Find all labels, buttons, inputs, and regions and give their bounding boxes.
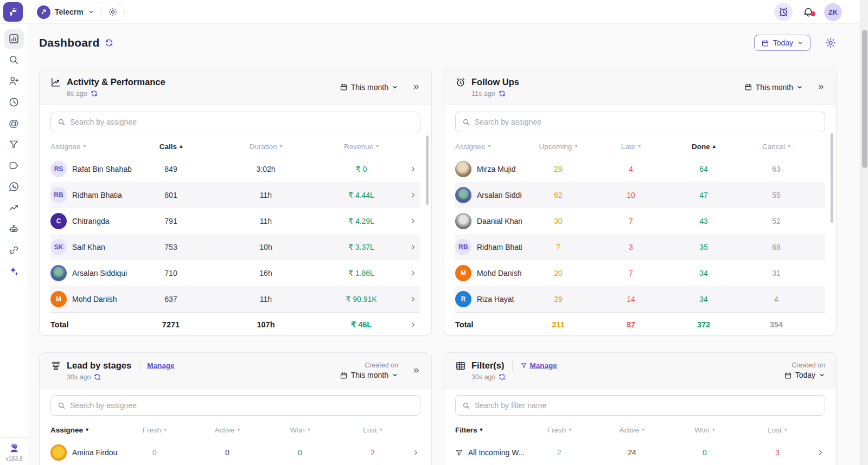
sidebar-item-ai-assistant[interactable] <box>4 262 24 281</box>
period-label: Today <box>795 371 815 379</box>
column-header-filters[interactable]: Filters▾ <box>455 426 523 434</box>
table-row[interactable]: Amina Firdous 0 0 0 2 <box>50 440 420 465</box>
created-on-label: Created on <box>365 361 398 369</box>
row-chevron-icon[interactable] <box>406 295 419 303</box>
column-header-calls[interactable]: Calls▴ <box>135 143 207 151</box>
assignee-name: Riza Hayat <box>477 295 514 303</box>
search-input[interactable] <box>70 118 413 126</box>
done-value: 47 <box>667 191 740 199</box>
period-selector[interactable]: Today <box>784 371 825 379</box>
duration-value: 3:02h <box>229 165 302 173</box>
column-header-won[interactable]: Won▾ <box>668 426 741 434</box>
expand-icon[interactable] <box>412 366 420 374</box>
row-chevron-icon[interactable] <box>406 165 419 173</box>
column-header-won[interactable]: Won▾ <box>264 426 336 434</box>
period-selector[interactable]: This month <box>340 83 398 92</box>
row-chevron-icon[interactable] <box>406 243 419 251</box>
page-title: Dashboard <box>39 36 100 49</box>
page-refresh-button[interactable] <box>105 38 113 47</box>
column-header-cancel[interactable]: Cancel▾ <box>740 143 813 151</box>
table-row[interactable]: SKSaif Khan 753 10h ₹ 3.37L <box>50 234 420 260</box>
table-row[interactable]: Arsalan Siddiqui 62 10 47 55 <box>455 182 825 208</box>
column-header-active[interactable]: Active▾ <box>191 426 264 434</box>
table-row[interactable]: RRiza Hayat 29 14 34 4 <box>455 286 825 312</box>
period-selector[interactable]: This month <box>744 83 803 92</box>
total-row[interactable]: Total 211 87 372 354 <box>455 312 825 335</box>
sidebar-item-add-lead[interactable] <box>4 72 24 91</box>
row-chevron-icon[interactable] <box>406 321 419 328</box>
table-row[interactable]: Daanial Khan 30 7 43 52 <box>455 208 825 234</box>
search-input[interactable] <box>475 401 818 410</box>
user-avatar[interactable]: ZK <box>824 3 842 21</box>
search-input[interactable] <box>475 118 818 126</box>
column-header-duration[interactable]: Duration▾ <box>229 143 302 151</box>
column-header-revenue[interactable]: Revenue▾ <box>325 143 398 151</box>
column-header-done[interactable]: Done▴ <box>667 143 740 151</box>
sidebar-item-tags[interactable] <box>4 156 24 176</box>
table-row[interactable]: Mirza Mujid 29 4 64 63 <box>455 156 825 182</box>
column-header-lost[interactable]: Lost▾ <box>741 426 814 434</box>
column-header-fresh[interactable]: Fresh▾ <box>118 426 191 434</box>
notifications-button[interactable] <box>802 6 814 18</box>
row-chevron-icon[interactable] <box>406 269 419 277</box>
card-scrollbar-thumb[interactable] <box>426 135 429 205</box>
sidebar-item-mentions[interactable]: @ <box>4 114 24 133</box>
workspace-switcher[interactable]: Telecrm <box>34 3 125 21</box>
sidebar-item-analytics[interactable] <box>4 198 24 218</box>
row-chevron-icon[interactable] <box>409 449 422 456</box>
table-row[interactable]: All Incoming W... 2 24 0 3 <box>455 440 825 465</box>
manage-link[interactable]: Manage <box>520 361 557 370</box>
expand-icon[interactable] <box>817 83 825 91</box>
table-row[interactable]: Arsalan Siddiqui 710 16h ₹ 1.86L <box>50 260 420 286</box>
period-selector[interactable]: This month <box>340 371 398 379</box>
expand-icon[interactable] <box>412 83 420 91</box>
table-row[interactable]: CChitrangda 791 11h ₹ 4.29L <box>50 208 420 234</box>
sidebar-item-dashboard[interactable] <box>4 29 24 49</box>
page-scrollbar-thumb[interactable] <box>862 30 867 168</box>
sidebar-item-filters[interactable] <box>4 135 24 154</box>
sidebar-item-integrations[interactable] <box>4 241 24 260</box>
card-scrollbar-thumb[interactable] <box>831 133 833 223</box>
card-refresh-button[interactable] <box>94 373 101 380</box>
workspace-gear-icon[interactable] <box>108 7 118 17</box>
support-button[interactable] <box>8 442 20 454</box>
sidebar-item-search[interactable] <box>4 50 24 70</box>
card-refresh-button[interactable] <box>499 90 506 97</box>
row-chevron-icon[interactable] <box>406 191 419 199</box>
table-row[interactable]: RBRidham Bhatia 801 11h ₹ 4.44L <box>50 182 420 208</box>
dashboard-settings-button[interactable] <box>825 37 837 49</box>
column-header-upcoming[interactable]: Upcoming▾ <box>522 143 595 151</box>
sidebar-item-automation[interactable] <box>4 219 24 239</box>
divider <box>139 360 139 371</box>
table-row[interactable]: MMohd Danish 20 7 34 31 <box>455 260 825 286</box>
app-logo[interactable] <box>3 2 23 22</box>
date-filter-button[interactable]: Today <box>754 35 810 51</box>
whatsapp-icon <box>8 181 20 192</box>
table-row[interactable]: RSRafat Bin Shahab 849 3:02h ₹ 0 <box>50 156 420 182</box>
column-header-late[interactable]: Late▾ <box>595 143 667 151</box>
row-chevron-icon[interactable] <box>406 217 419 225</box>
column-header-assignee[interactable]: Assignee▾ <box>50 143 135 151</box>
column-header-fresh[interactable]: Fresh▾ <box>523 426 596 434</box>
card-refresh-button[interactable] <box>91 90 98 97</box>
search-icon <box>58 118 66 126</box>
table-row[interactable]: MMohd Danish 637 11h ₹ 90.91K <box>50 286 420 312</box>
sidebar-item-whatsapp[interactable] <box>4 177 24 197</box>
column-header-assignee[interactable]: Assignee▾ <box>50 426 118 434</box>
sidebar-item-recent[interactable] <box>4 93 24 112</box>
manage-link[interactable]: Manage <box>147 361 174 370</box>
page-scrollbar[interactable] <box>860 0 868 465</box>
search-input[interactable] <box>70 401 413 410</box>
table-row[interactable]: RBRidham Bhatia 7 3 35 68 <box>455 234 825 260</box>
card-refresh-button[interactable] <box>499 373 506 380</box>
avatar: RB <box>455 239 471 255</box>
filter-name: All Incoming W... <box>468 448 525 457</box>
alarm-button[interactable] <box>774 3 793 21</box>
assignee-name: Ridham Bhatia <box>72 191 122 199</box>
column-header-assignee[interactable]: Assignee▾ <box>455 143 522 151</box>
row-chevron-icon[interactable] <box>814 449 826 456</box>
column-header-lost[interactable]: Lost▾ <box>336 426 409 434</box>
column-header-active[interactable]: Active▾ <box>596 426 668 434</box>
total-row[interactable]: Total 7271 107h ₹ 46L <box>50 312 420 335</box>
card-activity-performance: Activity & Performance 8s ago This month <box>39 69 432 335</box>
